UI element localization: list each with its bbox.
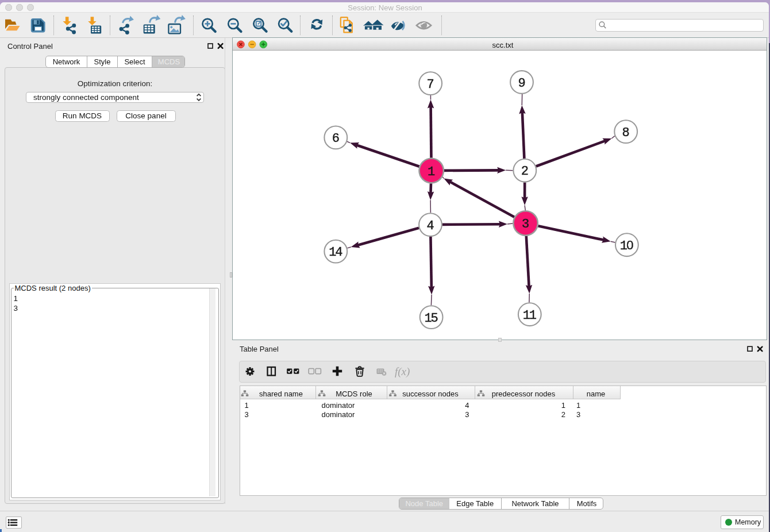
svg-text:3: 3 — [522, 217, 529, 232]
svg-text:15: 15 — [424, 311, 437, 326]
svg-text:10: 10 — [620, 239, 633, 253]
svg-text:f(x): f(x) — [395, 365, 410, 378]
svg-text:14: 14 — [329, 245, 342, 260]
svg-text:8: 8 — [622, 126, 630, 140]
svg-text:7: 7 — [427, 78, 434, 92]
svg-text:2: 2 — [521, 164, 529, 179]
svg-text:6: 6 — [332, 132, 340, 146]
svg-text:11: 11 — [523, 309, 537, 323]
svg-text:1: 1 — [428, 165, 435, 179]
svg-text:4: 4 — [426, 219, 434, 233]
svg-text:9: 9 — [518, 76, 525, 91]
